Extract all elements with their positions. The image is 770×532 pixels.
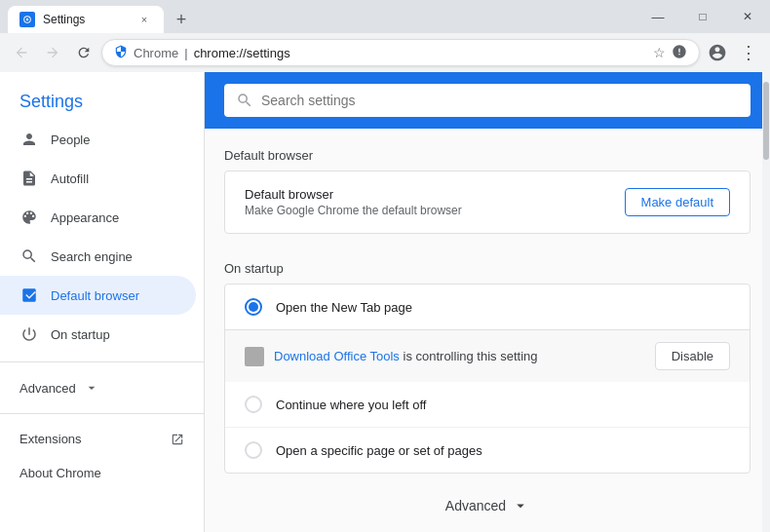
radio-continue-label: Continue where you left off (276, 398, 426, 412)
bookmark-icon[interactable]: ☆ (653, 45, 666, 60)
palette-icon (19, 208, 39, 227)
refresh-button[interactable] (70, 39, 97, 66)
address-bar[interactable]: Chrome | chrome://settings ☆ (101, 39, 700, 66)
sidebar-item-appearance[interactable]: Appearance (0, 198, 196, 237)
sidebar-item-people[interactable]: People (0, 120, 196, 159)
tab-favicon (19, 12, 35, 27)
scrollbar[interactable] (762, 72, 770, 532)
on-startup-section-title: On startup (224, 242, 751, 284)
radio-new-tab-label: Open the New Tab page (276, 300, 412, 315)
tab-title: Settings (43, 13, 129, 26)
extension-control-row: Download Office Tools is controlling thi… (225, 329, 750, 382)
radio-new-tab[interactable]: Open the New Tab page (225, 285, 750, 329)
sidebar-divider-2 (0, 413, 204, 414)
default-browser-title: Default browser (245, 187, 613, 202)
autofill-icon (19, 169, 39, 188)
sidebar-advanced[interactable]: Advanced (0, 370, 204, 405)
sidebar-appearance-label: Appearance (51, 210, 119, 225)
sidebar-autofill-label: Autofill (51, 171, 89, 186)
address-separator: | (184, 46, 187, 60)
extension-link[interactable]: Download Office Tools (274, 349, 400, 363)
sidebar-item-autofill[interactable]: Autofill (0, 159, 196, 198)
sidebar-search-label: Search engine (51, 249, 133, 264)
account-button[interactable] (704, 39, 731, 66)
default-browser-row: Default browser Make Google Chrome the d… (225, 171, 750, 233)
sidebar-advanced-label: Advanced (19, 381, 76, 396)
sidebar-item-about[interactable]: About Chrome (0, 456, 204, 490)
search-icon (19, 247, 39, 266)
default-browser-card: Default browser Make Google Chrome the d… (224, 171, 751, 234)
on-startup-card: Open the New Tab page Download Office To… (224, 284, 751, 474)
sidebar-default-browser-label: Default browser (51, 288, 139, 303)
advanced-footer-label: Advanced (445, 498, 506, 513)
sidebar: Settings People Autofill Appearance (0, 72, 205, 532)
main-content: Settings People Autofill Appearance (0, 72, 770, 532)
extension-suffix: is controlling this setting (400, 349, 538, 363)
sidebar-item-on-startup[interactable]: On startup (0, 315, 196, 354)
address-text: chrome://settings (194, 46, 647, 60)
advanced-footer[interactable]: Advanced (224, 481, 751, 530)
sidebar-divider (0, 361, 204, 362)
forward-button[interactable] (39, 39, 66, 66)
about-label: About Chrome (19, 466, 101, 480)
address-prefix: Chrome (134, 46, 178, 60)
extension-icon[interactable] (672, 44, 687, 62)
advanced-chevron-icon (512, 497, 529, 514)
sidebar-item-extensions[interactable]: Extensions (0, 422, 204, 456)
default-browser-text: Default browser Make Google Chrome the d… (245, 187, 613, 217)
search-bar-area (205, 72, 770, 129)
tab-close-button[interactable]: × (136, 12, 152, 27)
extension-control-text: Download Office Tools is controlling thi… (274, 349, 645, 363)
back-button[interactable] (8, 39, 35, 66)
minimize-button[interactable]: — (635, 0, 680, 34)
sidebar-item-default-browser[interactable]: Default browser (0, 276, 196, 315)
search-box[interactable] (224, 84, 751, 117)
browser-icon (19, 285, 39, 305)
active-tab[interactable]: Settings × (8, 6, 164, 33)
extensions-label: Extensions (19, 432, 159, 446)
radio-new-tab-circle (245, 298, 262, 316)
maximize-button[interactable]: □ (680, 0, 725, 34)
settings-content: Default browser Default browser Make Goo… (205, 72, 770, 532)
person-icon (19, 130, 39, 149)
title-bar: Settings × + — □ ✕ (0, 0, 770, 33)
svg-point-0 (26, 19, 29, 21)
close-button[interactable]: ✕ (725, 0, 770, 34)
security-icon (114, 45, 128, 61)
browser-frame: Settings × + — □ ✕ Chrome | chrome://set… (0, 0, 770, 532)
radio-continue-circle (245, 396, 262, 413)
disable-button[interactable]: Disable (655, 342, 730, 370)
make-default-button[interactable]: Make default (625, 188, 730, 216)
search-icon (236, 92, 253, 109)
startup-icon (19, 324, 39, 344)
search-input[interactable] (261, 93, 739, 108)
sidebar-on-startup-label: On startup (51, 327, 110, 342)
default-browser-subtitle: Make Google Chrome the default browser (245, 204, 613, 217)
radio-specific-label: Open a specific page or set of pages (276, 443, 482, 458)
content-area: Default browser Default browser Make Goo… (205, 129, 770, 532)
navigation-bar: Chrome | chrome://settings ☆ ⋮ (0, 33, 770, 72)
sidebar-title: Settings (0, 80, 204, 120)
radio-specific-page[interactable]: Open a specific page or set of pages (225, 427, 750, 473)
menu-button[interactable]: ⋮ (735, 39, 762, 66)
new-tab-button[interactable]: + (168, 6, 195, 33)
extension-control-icon (245, 347, 264, 366)
sidebar-item-search-engine[interactable]: Search engine (0, 237, 196, 276)
radio-specific-circle (245, 441, 262, 459)
scrollbar-thumb[interactable] (763, 82, 769, 160)
radio-continue[interactable]: Continue where you left off (225, 382, 750, 427)
sidebar-people-label: People (51, 133, 90, 147)
default-browser-section-title: Default browser (224, 129, 751, 171)
